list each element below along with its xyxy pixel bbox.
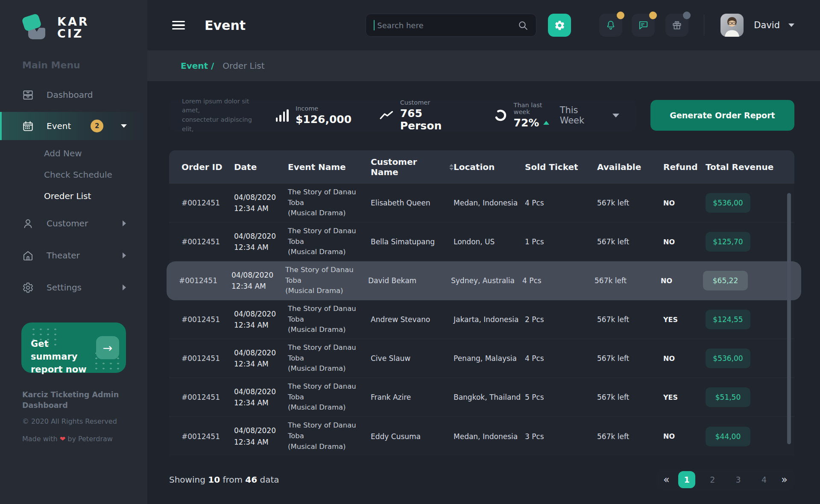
text-cursor [374,20,375,30]
sidebar-item-check-schedule[interactable]: Check Schedule [0,164,147,185]
bar-chart-icon [276,109,289,122]
sidebar-item-add-new[interactable]: Add New [0,143,147,164]
summary-report-card[interactable]: Get summary report now → [21,322,126,373]
table-row[interactable]: #0012451 04/08/202012:34 AM The Story of… [169,184,794,223]
app-window: KAR CIZ Main Menu Dashboard Event 2 [0,0,820,504]
rewards-button[interactable] [665,14,688,37]
sidebar-item-dashboard[interactable]: Dashboard [0,82,147,108]
notification-dot [649,12,657,19]
chevron-down-icon[interactable] [788,23,794,27]
table-rows: #0012451 04/08/202012:34 AM The Story of… [169,184,794,456]
column-header-customer-name[interactable]: Customer Name [371,157,454,177]
sidebar: KAR CIZ Main Menu Dashboard Event 2 [0,0,147,504]
revenue-badge: $536,00 [706,193,750,213]
last-page-button[interactable]: » [781,475,788,485]
calendar-icon [22,120,34,132]
column-header-total-revenue[interactable]: Total Revenue [706,162,794,172]
avatar[interactable] [720,14,744,37]
brand-logo[interactable]: KAR CIZ [0,0,147,43]
event-submenu: Add New Check Schedule Oreder List [0,143,147,207]
main-area: Event [147,0,820,504]
settings-button[interactable] [548,14,571,37]
notification-dot [683,12,691,19]
vertical-scrollbar[interactable] [787,193,791,444]
generate-order-report-button[interactable]: Generate Order Report [650,100,794,131]
page-title: Event [205,18,246,33]
revenue-badge: $51,50 [706,387,750,407]
topbar: Event [147,0,820,50]
chevron-right-icon [123,252,126,258]
customer-value: 765 Person [400,107,467,132]
search-box[interactable] [366,14,536,37]
column-header-event-name[interactable]: Event Name [288,162,371,172]
sidebar-item-settings[interactable]: Settings [0,274,147,301]
table-row[interactable]: #0012451 04/08/202012:34 AM The Story of… [169,378,794,417]
sidebar-item-label: Theater [47,250,80,261]
table-row[interactable]: #0012451 04/08/202012:34 AM The Story of… [169,300,794,339]
revenue-badge: $125,70 [706,232,750,252]
notification-dot [617,12,624,19]
trend-line-icon [380,111,393,120]
table-header: Order ID Date Event Name Customer Name L… [169,150,794,184]
progress-ring-icon [494,109,507,122]
page-button-3[interactable]: 3 [730,471,747,488]
income-stat: Income $126,000 [276,105,351,126]
menu-toggle-icon[interactable] [172,21,185,30]
period-label: This Week [560,105,605,126]
sidebar-item-label: Customer [47,218,88,229]
notifications-button[interactable] [599,14,622,37]
column-header-date[interactable]: Date [234,162,288,172]
sidebar-item-theater[interactable]: Theater [0,242,147,269]
content: Lorem ipsum dolor sit amet,consectetur a… [147,81,820,504]
table-row[interactable]: #0012451 04/08/202012:34 AM The Story of… [169,339,794,378]
column-header-available[interactable]: Available [597,162,663,172]
column-header-refund[interactable]: Refund [663,162,706,172]
stats-row: Lorem ipsum dolor sit amet,consectetur a… [169,100,794,131]
table-row[interactable]: #0012451 04/08/202012:34 AM The Story of… [169,223,794,261]
summary-card-text: Get summary report now [31,338,95,376]
first-page-button[interactable]: « [663,475,670,485]
pagination: « 1234 » [656,470,794,489]
main-menu-label: Main Menu [22,60,147,70]
sort-icon[interactable] [449,164,454,170]
gear-icon [554,20,565,31]
chevron-down-icon [121,124,127,128]
sidebar-item-event[interactable]: Event 2 [0,112,147,140]
event-count-badge: 2 [91,120,103,132]
week-stat: Than last week 72% [494,102,560,129]
gift-icon [671,20,682,31]
order-table: Order ID Date Event Name Customer Name L… [169,150,794,456]
person-icon [22,218,34,229]
pagination-pages: 1234 [670,471,782,488]
page-button-4[interactable]: 4 [756,471,773,488]
column-header-location[interactable]: Location [454,162,525,172]
page-button-1[interactable]: 1 [678,471,695,488]
heart-icon: ❤ [60,435,65,443]
period-dropdown[interactable]: This Week [560,105,619,126]
chevron-down-icon [612,114,619,117]
dashboard-icon [22,89,34,101]
arrow-right-button[interactable]: → [96,336,119,359]
week-label: Than last week [514,102,560,115]
search-icon[interactable] [518,20,528,31]
page-button-2[interactable]: 2 [704,471,721,488]
income-label: Income [296,105,351,112]
sidebar-item-order-list[interactable]: Oreder List [0,185,147,207]
customer-label: Customer [400,99,467,106]
revenue-badge: $44,00 [706,427,750,446]
chat-icon [638,20,649,31]
bell-icon [605,20,616,31]
breadcrumb-event[interactable]: Event / [181,61,214,71]
column-header-order-id[interactable]: Order ID [182,162,234,172]
table-row[interactable]: #0012451 04/08/202012:34 AM The Story of… [169,417,794,456]
sidebar-item-customer[interactable]: Customer [0,210,147,237]
avatar-image [720,14,744,37]
revenue-badge: $65,22 [703,271,748,290]
messages-button[interactable] [632,14,655,37]
stats-card: Lorem ipsum dolor sit amet,consectetur a… [169,100,636,131]
search-input[interactable] [377,21,518,30]
column-header-sold-ticket[interactable]: Sold Ticket [525,162,597,172]
table-row[interactable]: #0012451 04/08/202012:34 AM The Story of… [167,261,801,300]
credit-text: Made with ❤ by Peterdraw [22,435,129,443]
revenue-badge: $124,55 [706,310,750,329]
